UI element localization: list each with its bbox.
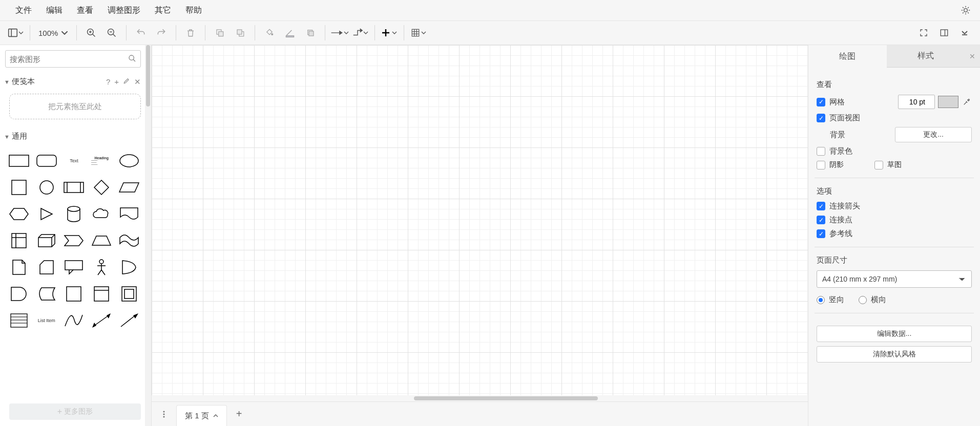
shape-rounded-rectangle[interactable]: [35, 150, 58, 172]
edit-data-button[interactable]: 编辑数据...: [817, 326, 972, 342]
format-tab-diagram[interactable]: 绘图: [808, 45, 887, 68]
shape-diamond[interactable]: [90, 176, 113, 199]
scratchpad-dropzone[interactable]: 把元素拖至此处: [9, 94, 141, 119]
canvas-area[interactable]: [152, 45, 808, 401]
page-tabs-menu-button[interactable]: [152, 402, 176, 426]
shape-callout[interactable]: [62, 256, 86, 279]
orientation-landscape-radio[interactable]: [859, 296, 867, 304]
guides-checkbox[interactable]: [817, 229, 825, 238]
shape-text[interactable]: Text: [62, 150, 86, 172]
shape-list[interactable]: [7, 309, 31, 332]
shape-directional-arrow[interactable]: [117, 309, 141, 332]
shape-cube[interactable]: [35, 229, 58, 252]
format-tab-style[interactable]: 样式: [887, 45, 965, 68]
shape-circle[interactable]: [35, 176, 58, 199]
fullscreen-button[interactable]: [914, 24, 933, 42]
general-shapes-header[interactable]: ▼ 通用: [0, 126, 151, 145]
shape-bidirectional-arrow[interactable]: [90, 309, 113, 332]
shape-actor[interactable]: [90, 256, 113, 279]
grid-color-swatch[interactable]: [938, 96, 958, 108]
add-page-button[interactable]: +: [227, 402, 252, 426]
shape-list-item[interactable]: List Item: [35, 309, 58, 332]
shape-frame[interactable]: [117, 283, 141, 305]
menu-edit[interactable]: 编辑: [39, 2, 70, 19]
scratchpad-close-icon[interactable]: ✕: [134, 77, 141, 87]
to-back-button[interactable]: [231, 24, 249, 42]
table-button[interactable]: [409, 24, 428, 42]
shape-data-storage[interactable]: [35, 283, 58, 305]
shape-tape[interactable]: [117, 229, 141, 252]
format-panel-close-icon[interactable]: ✕: [965, 45, 980, 68]
zoom-level-dropdown[interactable]: 100%: [35, 29, 71, 37]
page-view-checkbox[interactable]: [817, 114, 825, 122]
connection-style-button[interactable]: [330, 24, 349, 42]
menu-extras[interactable]: 其它: [148, 2, 178, 19]
connection-arrows-checkbox[interactable]: [817, 202, 825, 210]
shadow-label[interactable]: 阴影: [829, 160, 844, 169]
collapse-panel-button[interactable]: [955, 24, 974, 42]
shape-trapezoid[interactable]: [90, 229, 113, 252]
shape-parallelogram[interactable]: [117, 176, 141, 199]
search-shapes-box[interactable]: [5, 50, 141, 68]
page-view-label[interactable]: 页面视图: [829, 113, 860, 123]
fill-color-button[interactable]: [260, 24, 279, 42]
shape-cloud[interactable]: [90, 203, 113, 225]
format-panel-toggle-button[interactable]: [935, 24, 953, 42]
shape-ellipse[interactable]: [117, 150, 141, 172]
eyedropper-icon[interactable]: [962, 96, 972, 108]
insert-button[interactable]: [380, 24, 399, 42]
zoom-in-button[interactable]: [82, 24, 100, 42]
shape-triangle[interactable]: [35, 203, 58, 225]
scratchpad-add-icon[interactable]: +: [114, 77, 119, 87]
menu-file[interactable]: 文件: [8, 2, 39, 19]
more-shapes-button[interactable]: + 更多图形: [9, 403, 141, 420]
shape-step[interactable]: [62, 229, 86, 252]
shape-document[interactable]: [117, 203, 141, 225]
clear-default-style-button[interactable]: 清除默认风格: [817, 346, 972, 363]
search-shapes-input[interactable]: [10, 55, 128, 63]
page-size-select[interactable]: A4 (210 mm x 297 mm): [817, 270, 972, 288]
grid-size-input[interactable]: [898, 95, 935, 109]
background-change-button[interactable]: 更改...: [895, 127, 972, 142]
grid-label[interactable]: 网格: [829, 97, 845, 107]
sidebar-toggle-button[interactable]: [6, 24, 25, 42]
shape-internal-storage[interactable]: [7, 229, 31, 252]
connection-points-label[interactable]: 连接点: [829, 215, 852, 225]
shape-card[interactable]: [35, 256, 58, 279]
orientation-landscape-label[interactable]: 横向: [871, 295, 886, 305]
theme-toggle-icon[interactable]: [960, 4, 972, 16]
background-color-label[interactable]: 背景色: [829, 146, 852, 156]
shape-curve[interactable]: [62, 309, 86, 332]
to-front-button[interactable]: [211, 24, 229, 42]
scratchpad-help-icon[interactable]: ?: [106, 77, 110, 87]
shape-rectangle[interactable]: [7, 150, 31, 172]
undo-button[interactable]: [132, 24, 150, 42]
shape-cylinder[interactable]: [62, 203, 86, 225]
guides-label[interactable]: 参考线: [829, 229, 852, 239]
connection-arrows-label[interactable]: 连接箭头: [829, 201, 860, 211]
background-color-checkbox[interactable]: [817, 147, 825, 156]
canvas-scrollbar-horizontal[interactable]: [152, 395, 808, 401]
shape-note[interactable]: [7, 256, 31, 279]
shape-and[interactable]: [7, 283, 31, 305]
shadow-checkbox[interactable]: [817, 161, 825, 169]
menu-help[interactable]: 帮助: [178, 2, 209, 19]
delete-button[interactable]: [181, 24, 200, 42]
grid-checkbox[interactable]: [817, 98, 825, 106]
connection-points-checkbox[interactable]: [817, 216, 825, 224]
menu-view[interactable]: 查看: [70, 2, 100, 19]
page-tab-1[interactable]: 第 1 页: [176, 405, 227, 426]
scratchpad-header[interactable]: ▼ 便笺本 ? + ✕: [0, 72, 151, 91]
shape-titled-container[interactable]: [90, 283, 113, 305]
sketch-label[interactable]: 草图: [887, 160, 902, 169]
sidebar-scrollbar[interactable]: [145, 45, 151, 426]
shape-process[interactable]: [62, 176, 86, 199]
shape-textbox[interactable]: Heading ━━━━━━━━━━━━━━━━━: [90, 150, 113, 172]
shape-or[interactable]: [117, 256, 141, 279]
shape-container[interactable]: [62, 283, 86, 305]
line-color-button[interactable]: [281, 24, 299, 42]
menu-arrange[interactable]: 调整图形: [100, 2, 148, 19]
orientation-portrait-radio[interactable]: [817, 296, 825, 304]
shadow-button[interactable]: [301, 24, 320, 42]
shape-hexagon[interactable]: [7, 203, 31, 225]
